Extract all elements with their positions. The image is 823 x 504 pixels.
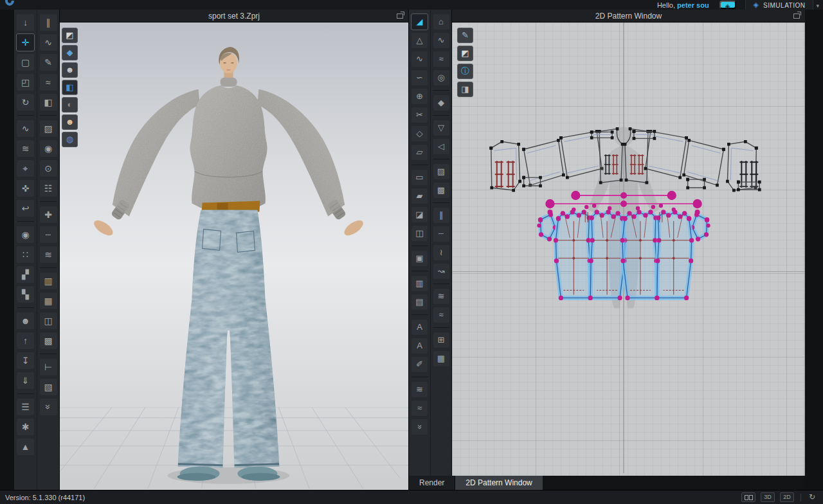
viewport-3d[interactable]: ◩◆☻◧◐☻◍ [60, 22, 408, 490]
tool-pleat-fold[interactable]: ≈ [411, 400, 428, 417]
tool-pen-3d[interactable]: ✎ [39, 53, 58, 71]
tool-pleats[interactable]: ≋ [411, 381, 428, 398]
avatar-3d[interactable] [60, 22, 408, 481]
tool-edit-sewing[interactable]: ∿ [16, 120, 35, 138]
tool-symmetry-garment[interactable]: ▚ [16, 285, 35, 303]
tool-elastic[interactable]: ≋ [433, 288, 450, 305]
toggle-show-avatar[interactable]: ☻ [62, 62, 78, 78]
tool-freeze[interactable]: ✱ [16, 418, 35, 436]
tool-stitch-line[interactable]: ∥ [433, 207, 450, 224]
tool-measure-avatar[interactable]: ⊢ [39, 358, 58, 376]
tool-garment-down[interactable]: ↧ [16, 352, 35, 370]
tool-select-box[interactable]: ◰ [16, 73, 35, 91]
tool-trace-pattern[interactable]: ▱ [411, 144, 428, 161]
pattern-canvas[interactable]: ✎◩ⓘ◨ [452, 22, 805, 476]
toggle-show-pattern-info[interactable]: ⓘ [457, 64, 473, 79]
tool-shirring-3d[interactable]: ≋ [39, 246, 58, 264]
tool-trim[interactable]: ✚ [39, 206, 58, 224]
tool-button[interactable]: ◉ [39, 140, 58, 158]
tool-edit-pattern[interactable]: △ [411, 32, 428, 49]
tool-transform-pattern[interactable]: ◢ [411, 14, 428, 30]
tool-seam-allowance[interactable]: ▥ [411, 275, 428, 292]
tool-wear-garment[interactable]: ⇓ [16, 372, 35, 390]
refresh-button[interactable]: ↻ [806, 492, 818, 502]
tool-smocking[interactable]: ▦ [433, 350, 450, 367]
tool-edit-stitch[interactable]: ≋ [16, 140, 35, 158]
tool-remove-dart[interactable]: ◫ [411, 225, 428, 242]
tool-sewing-3d[interactable]: ∿ [39, 33, 58, 51]
popout-icon-3d[interactable] [397, 14, 403, 19]
tool-mn-sewing[interactable]: ≈ [433, 51, 450, 68]
tool-arrangement-rotate[interactable]: ↻ [16, 93, 35, 111]
toggle-textured-surface[interactable]: ◧ [62, 80, 78, 95]
tool-fit-map[interactable]: ▧ [39, 378, 58, 396]
split-view-button[interactable] [741, 492, 755, 502]
toggle-show-fabric-2d[interactable]: ◨ [457, 82, 473, 97]
tool-grainline[interactable]: ◉ [16, 226, 35, 244]
tool-garment-up[interactable]: ↑ [16, 332, 35, 350]
tool-clone-layer[interactable]: ▣ [411, 250, 428, 267]
tool-sewing-curve[interactable]: ↝ [433, 263, 450, 280]
tool-avatar-display[interactable]: ☻ [16, 312, 35, 330]
popout-icon-2d[interactable] [793, 14, 800, 19]
tool-garment-tape[interactable]: ◁ [433, 138, 450, 155]
username[interactable]: peter sou [677, 1, 709, 9]
toggle-monochrome-surface[interactable]: ◐ [62, 97, 78, 113]
tool-more-tools-mid[interactable]: » [411, 419, 428, 435]
tool-select-rectangle[interactable]: ▢ [16, 53, 35, 71]
tool-fabric-roll-a[interactable]: ▥ [39, 272, 58, 290]
tool-garment-fit[interactable]: ▽ [433, 120, 450, 136]
tool-wave-stitch[interactable]: ≀ [433, 244, 450, 261]
toggle-show-pins[interactable]: ◆ [62, 45, 78, 60]
closet-connect-button[interactable]: ◈ [719, 1, 736, 9]
tool-basting[interactable]: ┄ [433, 226, 450, 242]
tool-rectangle-pattern[interactable]: ▭ [411, 169, 428, 186]
tab-render[interactable]: Render [409, 476, 455, 490]
tool-shirring[interactable]: ≈ [433, 307, 450, 323]
view-2d-button[interactable]: 2D [780, 492, 794, 502]
tool-simulate-gravity[interactable]: ↓ [16, 14, 35, 32]
tool-more-tools-left[interactable]: » [39, 398, 58, 416]
tool-tape-measure[interactable]: ▤ [411, 294, 428, 310]
tool-pose-walk[interactable]: ∥ [39, 14, 58, 32]
tool-stitch-3d[interactable]: ≈ [39, 73, 58, 91]
tool-flatten-garment[interactable]: ◧ [39, 93, 58, 111]
tool-texture-edit[interactable]: ◫ [39, 312, 58, 330]
tool-select-move[interactable]: ✛ [16, 33, 35, 51]
tool-detail-sewing[interactable]: ◎ [433, 69, 450, 86]
tool-buttonhole[interactable]: ⊙ [39, 159, 58, 177]
tool-strengthen[interactable]: ▲ [16, 438, 35, 456]
tool-grading[interactable]: ✐ [411, 356, 428, 373]
tool-free-sewing[interactable]: ∿ [433, 32, 450, 49]
tool-tack-tape[interactable]: ▨ [39, 120, 58, 138]
tool-add-patch[interactable]: ⊞ [433, 332, 450, 348]
tool-arrangement-points[interactable]: ∷ [16, 246, 35, 264]
view-3d-button[interactable]: 3D [761, 492, 775, 502]
tab-2d-pattern-window[interactable]: 2D Pattern Window [455, 476, 542, 490]
tool-check-pattern-b[interactable]: ▩ [433, 182, 450, 199]
tool-edit-curvature[interactable]: ∿ [411, 51, 428, 68]
tool-topstitch-3d[interactable]: ┄ [39, 226, 58, 244]
tool-tack-on-avatar[interactable]: ✜ [16, 179, 35, 197]
tool-zipper[interactable]: ☷ [39, 179, 58, 197]
tool-solidify[interactable]: ☰ [16, 398, 35, 416]
tool-check-pattern-a[interactable]: ▨ [433, 163, 450, 180]
toggle-show-avatar-skin[interactable]: ☻ [62, 114, 78, 130]
toggle-show-garment[interactable]: ◩ [62, 28, 78, 43]
tool-fabric-roll-b[interactable]: ▦ [39, 292, 58, 310]
simulation-dropdown-caret[interactable]: ▾ [813, 3, 823, 10]
tool-layer-pair[interactable]: ▞ [16, 266, 35, 284]
tool-pattern-font[interactable]: A [411, 338, 428, 354]
tool-shape-pattern[interactable]: ▰ [411, 188, 428, 204]
tool-add-point[interactable]: ⊕ [411, 88, 428, 105]
tool-pattern-text[interactable]: A [411, 319, 428, 336]
toggle-show-silhouette-2d[interactable]: ◩ [457, 46, 473, 61]
tool-fold-arrangement[interactable]: ↩ [16, 199, 35, 217]
tool-cut-pattern[interactable]: ✂ [411, 107, 428, 123]
tool-dart[interactable]: ◪ [411, 206, 428, 223]
toggle-show-pins-2d[interactable]: ✎ [457, 28, 473, 43]
tool-steam-iron[interactable]: ◆ [433, 94, 450, 111]
tool-edit-curve-point[interactable]: ∽ [411, 69, 428, 86]
toggle-show-environment[interactable]: ◍ [62, 132, 78, 147]
tool-polygon[interactable]: ◇ [411, 125, 428, 142]
